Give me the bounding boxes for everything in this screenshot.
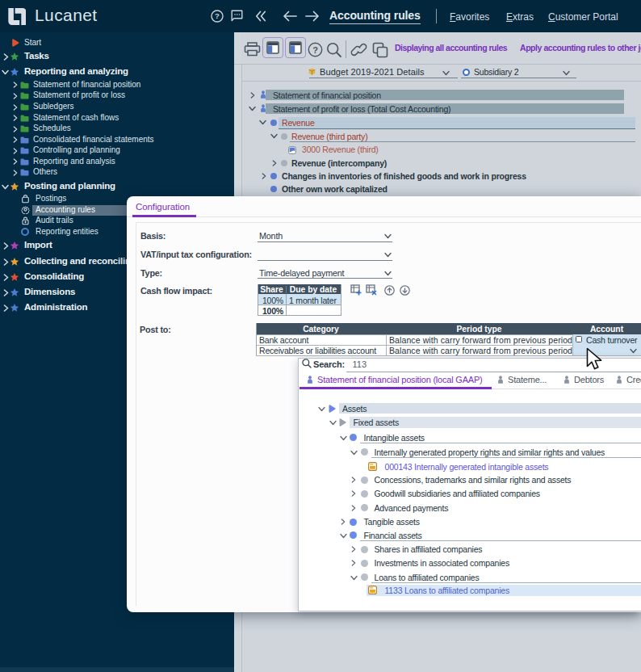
svg-text:?: ?	[215, 11, 220, 20]
svg-text:?: ?	[312, 45, 318, 55]
